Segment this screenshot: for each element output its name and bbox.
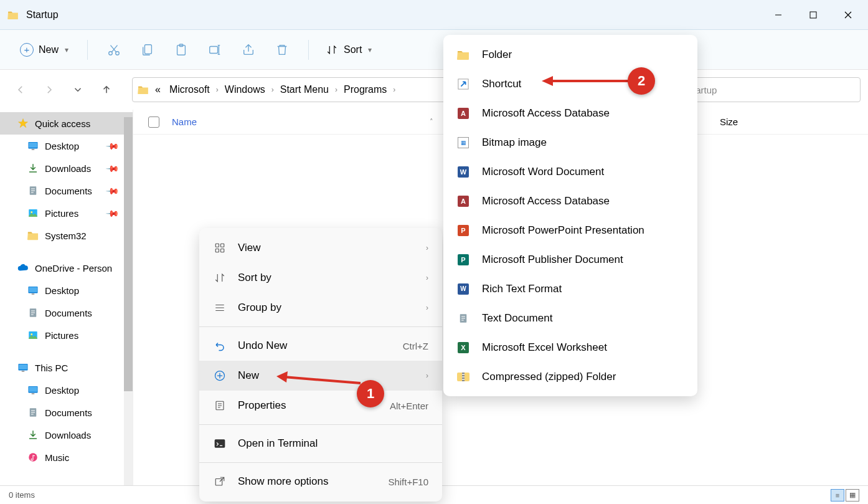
copy-button[interactable] (133, 35, 163, 65)
window-title: Startup (26, 9, 59, 21)
sidebar-item[interactable]: Pictures (0, 324, 133, 346)
chevron-right-icon: › (393, 85, 395, 94)
thumbnails-view-button[interactable]: ▦ (846, 489, 859, 502)
submenu-item-label: Microsoft PowerPoint Presentation (482, 224, 644, 237)
submenu-item-access[interactable]: AMicrosoft Access Database (443, 186, 697, 216)
pin-icon: 📌 (105, 161, 120, 175)
submenu-item-text[interactable]: Text Document (443, 303, 697, 333)
sidebar-item[interactable]: Downloads📌 (0, 157, 133, 179)
breadcrumb-item[interactable]: Start Menu (278, 83, 331, 97)
submenu-item-word[interactable]: WMicrosoft Word Document (443, 157, 697, 186)
sidebar-item[interactable]: Documents📌 (0, 179, 133, 202)
sidebar-item-this-pc[interactable]: This PC (0, 356, 133, 379)
sidebar-item-label: Documents (45, 186, 92, 196)
context-menu-view[interactable]: View › (199, 233, 442, 263)
chevron-right-icon: › (426, 244, 428, 252)
context-menu-group-by[interactable]: Group by › (199, 293, 442, 323)
context-menu-properties[interactable]: Properties Alt+Enter (199, 391, 442, 421)
breadcrumb-item[interactable]: Programs (341, 83, 389, 97)
new-button[interactable]: + New ▾ (12, 39, 76, 60)
sidebar-item[interactable]: Desktop (0, 379, 133, 401)
context-menu-open-terminal[interactable]: Open in Terminal (199, 429, 442, 459)
sidebar-item[interactable]: Desktop (0, 279, 133, 302)
sidebar-item-label: OneDrive - Person (35, 263, 112, 273)
access-icon: A (457, 107, 469, 120)
sidebar-item-label: System32 (45, 231, 87, 241)
star-icon (17, 118, 29, 129)
divider (308, 40, 309, 60)
document-icon (27, 407, 39, 418)
submenu-item-label: Microsoft Publisher Document (482, 254, 623, 266)
submenu-item-folder[interactable]: Folder (443, 40, 697, 69)
submenu-item-label: Folder (482, 49, 512, 61)
svg-line-22 (284, 377, 361, 383)
maximize-button[interactable] (796, 0, 831, 30)
sidebar-item[interactable]: System32 (0, 224, 133, 247)
up-button[interactable] (93, 77, 120, 103)
submenu-item-zip[interactable]: Compressed (zipped) Folder (443, 362, 697, 391)
text-icon (457, 312, 469, 325)
powerpoint-icon: P (457, 224, 469, 237)
submenu-item-rtf[interactable]: WRich Text Format (443, 274, 697, 303)
context-menu-undo-new[interactable]: Undo New Ctrl+Z (199, 331, 442, 361)
toolbar: + New ▾ Sort ▾ (0, 30, 868, 70)
breadcrumb-item[interactable]: Windows (222, 83, 268, 97)
sort-label: Sort (344, 44, 362, 55)
context-menu-sort-by[interactable]: Sort by › (199, 263, 442, 293)
sidebar-item-onedrive[interactable]: OneDrive - Person (0, 257, 133, 279)
details-view-button[interactable]: ≡ (831, 489, 844, 502)
folder-icon (7, 10, 20, 20)
sidebar-item-label: Downloads (45, 163, 91, 174)
sidebar-item-label: Downloads (45, 430, 91, 440)
chevron-down-icon: ▾ (65, 45, 68, 54)
sidebar-item[interactable]: Downloads (0, 424, 133, 446)
close-button[interactable] (831, 0, 866, 30)
sidebar-item[interactable]: Desktop📌 (0, 135, 133, 157)
sidebar-item[interactable]: Documents (0, 302, 133, 324)
scrollbar-thumb[interactable] (124, 117, 133, 391)
sidebar-item-label: Desktop (45, 285, 79, 296)
chevron-right-icon: › (335, 85, 337, 94)
column-header-size[interactable]: Size (720, 116, 738, 127)
submenu-item-publisher[interactable]: PMicrosoft Publisher Document (443, 245, 697, 274)
zip-icon (457, 371, 469, 383)
chevron-right-icon: › (216, 85, 219, 94)
submenu-item-excel[interactable]: XMicrosoft Excel Worksheet (443, 333, 697, 362)
download-icon (27, 163, 39, 174)
divider (87, 40, 88, 60)
recent-dropdown[interactable] (65, 77, 91, 103)
sidebar-item-quick-access[interactable]: Quick access (0, 112, 133, 135)
plus-circle-icon (213, 369, 227, 383)
open-external-icon (213, 475, 227, 488)
cloud-icon (17, 262, 29, 273)
paste-button[interactable] (166, 35, 196, 65)
download-icon (27, 429, 39, 440)
minimize-button[interactable] (761, 0, 796, 30)
sort-button[interactable]: Sort ▾ (320, 40, 378, 59)
sidebar-item[interactable]: Pictures📌 (0, 202, 133, 224)
rename-button[interactable] (200, 35, 230, 65)
breadcrumb-ellipsis[interactable]: « (153, 83, 163, 97)
submenu-item-powerpoint[interactable]: PMicrosoft PowerPoint Presentation (443, 216, 697, 245)
pin-icon: 📌 (105, 183, 120, 197)
shortcut-text: Ctrl+Z (403, 341, 428, 351)
back-button[interactable] (7, 77, 34, 103)
sidebar-item[interactable]: Music (0, 446, 133, 468)
breadcrumb-item[interactable]: Microsoft (167, 83, 212, 97)
folder-icon (27, 230, 39, 241)
sort-indicator-icon: ˄ (430, 118, 433, 126)
folder-icon (457, 49, 469, 61)
delete-button[interactable] (267, 35, 297, 65)
submenu-item-access[interactable]: AMicrosoft Access Database (443, 98, 697, 128)
word-icon: W (457, 166, 469, 178)
sidebar-item[interactable]: Documents (0, 401, 133, 424)
context-menu-show-more[interactable]: Show more options Shift+F10 (199, 467, 442, 497)
search-input[interactable]: Startup (680, 77, 861, 102)
submenu-item-bitmap[interactable]: ▦Bitmap image (443, 128, 697, 157)
column-header-name[interactable]: Name ˄ (172, 116, 446, 127)
select-all-checkbox[interactable] (148, 116, 159, 128)
forward-button[interactable] (36, 77, 62, 103)
share-button[interactable] (234, 35, 263, 65)
cut-button[interactable] (99, 35, 129, 65)
window-controls (761, 0, 866, 30)
